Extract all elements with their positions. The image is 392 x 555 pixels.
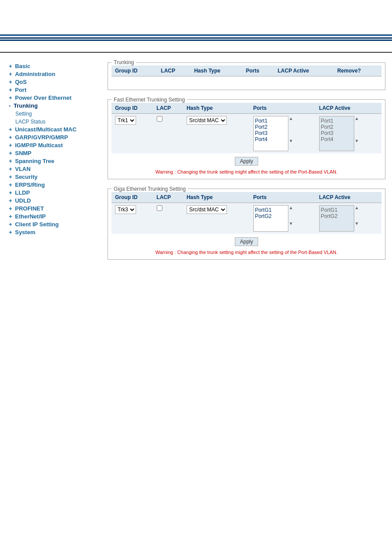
top-bar [0,0,392,53]
ge-ports-cell: PortG1 PortG2 ▲ ▼ [250,203,316,234]
ports-scroll-up[interactable]: ▲ [289,116,293,121]
sidebar-link-trunking[interactable]: Trunking [14,102,38,109]
fe-group-id-select[interactable]: Trk1 Trk2 Trk3 Trk4 [115,116,136,125]
sidebar-item-ethernetip[interactable]: + EtherNet/IP [9,213,92,220]
sidebar-link-security[interactable]: Security [15,174,37,180]
ge-hash-type-select[interactable]: Src/dst MAC Src/dst IP [187,205,227,214]
ge-col-group-id: Group ID [111,192,153,203]
sidebar-link-port[interactable]: Port [15,87,26,93]
sidebar-link-snmp[interactable]: SNMP [15,150,32,156]
ge-group-id-select[interactable]: Trk3 Trk4 [115,205,136,214]
sidebar-link-udld[interactable]: UDLD [15,197,31,204]
col-ports: Ports [242,65,274,76]
fast-ethernet-fieldset: Fast Ethernet Trunking Setting Group ID … [108,97,385,179]
sidebar-item-lacp-status[interactable]: LACP Status [15,118,92,125]
sidebar-link-erps[interactable]: ERPS/Ring [15,181,45,188]
sidebar-item-system[interactable]: + System [9,229,92,236]
prefix-lldp: + [9,189,12,196]
ge-lacp-active-portg2: PortG2 [321,213,352,219]
page-wrapper: + Basic + Administration + QoS + Port + … [0,0,392,555]
lacp-active-scroll-down[interactable]: ▼ [355,138,359,143]
fe-lacp-checkbox[interactable] [157,116,162,122]
sidebar-item-qos[interactable]: + QoS [9,79,92,85]
prefix-spanning-tree: + [9,158,12,164]
fe-hash-type-cell: Src/dst MAC Src/dst IP [183,113,250,153]
fe-apply-button[interactable]: Apply [235,157,258,166]
sidebar-link-setting[interactable]: Setting [15,111,32,117]
prefix-udld: + [9,197,12,204]
sidebar-link-vlan[interactable]: VLAN [15,166,30,172]
sidebar-link-unicast[interactable]: Unicast/Multicast MAC [15,126,76,133]
ge-ports-scroll-down[interactable]: ▼ [289,221,293,226]
sidebar-item-security[interactable]: + Security [9,174,92,180]
prefix-poe: + [9,94,12,101]
sidebar-link-igmp[interactable]: IGMP/IP Multicast [15,142,63,149]
sidebar-link-ethernetip[interactable]: EtherNet/IP [15,213,46,220]
ge-hash-type-cell: Src/dst MAC Src/dst IP [183,203,250,234]
col-hash-type: Hash Type [191,65,242,76]
sidebar-item-client-ip[interactable]: + Client IP Setting [9,221,92,228]
lacp-active-scroll-up[interactable]: ▲ [355,116,359,121]
fe-ports-listbox[interactable]: Port1 Port2 Port3 Port4 [253,116,288,151]
sidebar-link-lldp[interactable]: LLDP [15,189,30,196]
sidebar-item-setting[interactable]: Setting [15,110,92,117]
ge-lacp-active-portg1: PortG1 [321,207,352,213]
sidebar-item-administration[interactable]: + Administration [9,71,92,77]
sidebar-item-profinet[interactable]: + PROFINET [9,205,92,212]
prefix-erps: + [9,181,12,188]
content-area: Trunking Group ID LACP Hash Type Ports L… [101,57,392,268]
sidebar-link-basic[interactable]: Basic [15,63,30,69]
sidebar-link-poe[interactable]: Power Over Ethernet [15,94,72,101]
sidebar-link-profinet[interactable]: PROFINET [15,205,44,212]
prefix-security: + [9,174,12,180]
fe-hash-type-select[interactable]: Src/dst MAC Src/dst IP [187,116,227,125]
col-lacp-active: LACP Active [274,65,334,76]
ge-lacp-active-scroll-up[interactable]: ▲ [355,205,359,210]
sidebar-item-basic[interactable]: + Basic [9,63,92,69]
sidebar-item-lldp[interactable]: + LLDP [9,189,92,196]
ge-ports-scroll-up[interactable]: ▲ [289,205,293,210]
sidebar-item-igmp[interactable]: + IGMP/IP Multicast [9,142,92,149]
sidebar-link-qos[interactable]: QoS [15,79,27,85]
fe-lacp-active-port3: Port3 [321,130,352,136]
ge-warning-text: Warning : Changing the trunk setting mig… [111,250,381,255]
giga-ethernet-legend: Giga Ethernet Trunking Setting [111,186,188,192]
sidebar-link-system[interactable]: System [15,229,35,236]
main-layout: + Basic + Administration + QoS + Port + … [0,53,392,273]
ports-scroll-down[interactable]: ▼ [289,138,293,143]
col-remove: Remove? [334,65,381,76]
prefix-qos: + [9,79,12,85]
sidebar-item-trunking[interactable]: - Trunking [9,102,92,109]
sidebar-link-garp[interactable]: GARP/GVRP/GMRP [15,134,68,141]
col-group-id: Group ID [111,65,158,76]
fe-lacp-active-port2: Port2 [321,124,352,130]
sidebar-link-administration[interactable]: Administration [15,71,55,77]
fast-ethernet-legend: Fast Ethernet Trunking Setting [111,97,187,103]
ge-lacp-active-cell: PortG1 PortG2 ▲ ▼ [316,203,381,234]
sidebar-link-lacp-status[interactable]: LACP Status [15,119,45,125]
fe-lacp-cell [153,113,183,153]
ge-col-hash-type: Hash Type [183,192,250,203]
sidebar-item-poe[interactable]: + Power Over Ethernet [9,94,92,101]
fe-col-lacp: LACP [153,103,183,114]
ge-apply-button[interactable]: Apply [235,237,258,246]
ge-lacp-checkbox[interactable] [157,205,162,211]
fe-port1: Port1 [255,118,287,124]
sidebar-item-unicast[interactable]: + Unicast/Multicast MAC [9,126,92,133]
sidebar-link-spanning-tree[interactable]: Spanning Tree [15,158,54,164]
giga-eth-data-row: Trk3 Trk4 Src/dst MAC Src/dst IP [111,203,381,234]
fast-ethernet-table: Group ID LACP Hash Type Ports LACP Activ… [111,103,381,153]
sidebar-item-port[interactable]: + Port [9,87,92,93]
giga-ethernet-fieldset: Giga Ethernet Trunking Setting Group ID … [108,186,385,260]
sidebar-item-vlan[interactable]: + VLAN [9,166,92,172]
ge-portg1: PortG1 [255,207,287,213]
sidebar-item-garp[interactable]: + GARP/GVRP/GMRP [9,134,92,141]
ge-ports-listbox[interactable]: PortG1 PortG2 [253,205,288,232]
sidebar-link-client-ip[interactable]: Client IP Setting [15,221,58,228]
sidebar-item-udld[interactable]: + UDLD [9,197,92,204]
sidebar-item-erps[interactable]: + ERPS/Ring [9,181,92,188]
sidebar-item-spanning-tree[interactable]: + Spanning Tree [9,158,92,164]
prefix-igmp: + [9,142,12,149]
sidebar-item-snmp[interactable]: + SNMP [9,150,92,156]
ge-lacp-active-scroll-down[interactable]: ▼ [355,221,359,226]
